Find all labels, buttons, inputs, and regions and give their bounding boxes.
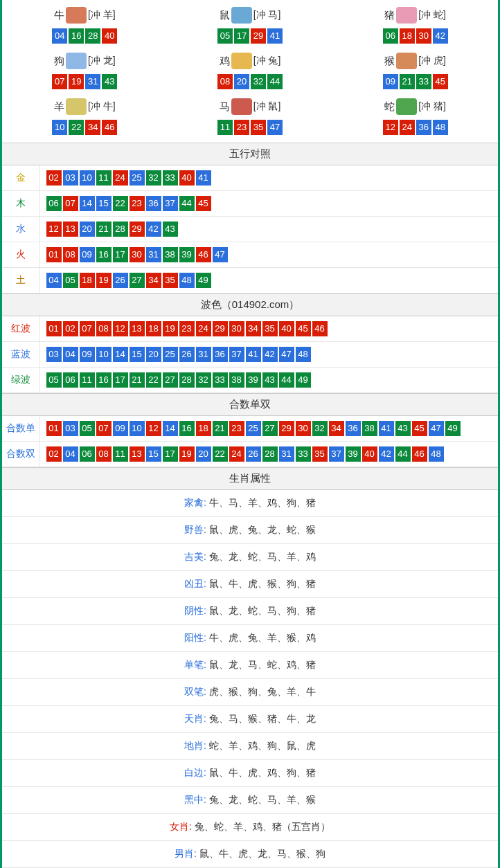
number-ball: 26	[246, 446, 261, 462]
heshu-header: 合数单双	[2, 393, 498, 416]
number-ball: 04	[52, 28, 67, 44]
zodiac-name: 蛇	[384, 100, 395, 114]
number-ball: 09	[113, 421, 128, 436]
zodiac-icon	[396, 98, 417, 115]
number-ball: 40	[279, 321, 294, 336]
number-ball: 12	[113, 321, 128, 336]
attribute-row: 野兽: 鼠、虎、兔、龙、蛇、猴	[2, 517, 498, 544]
attr-value: 鼠、牛、虎、猴、狗、猪	[209, 578, 316, 589]
zodiac-conflict: [冲 猪]	[418, 100, 446, 113]
attr-label: 天肖:	[184, 713, 209, 724]
row-values: 0102070812131819232429303435404546	[39, 316, 498, 342]
number-ball: 16	[96, 372, 111, 388]
number-ball: 07	[52, 74, 67, 89]
attribute-row: 阳性: 牛、虎、兔、羊、猴、鸡	[2, 625, 498, 652]
row-label: 火	[2, 242, 39, 268]
attr-label: 地肖:	[184, 740, 209, 751]
number-ball: 21	[213, 421, 228, 436]
number-ball: 45	[412, 421, 427, 436]
number-ball: 36	[213, 347, 228, 362]
number-ball: 42	[433, 28, 448, 44]
zodiac-conflict: [冲 蛇]	[418, 9, 446, 21]
attr-value: 鼠、牛、虎、龙、马、猴、狗	[199, 848, 325, 859]
number-ball: 34	[329, 421, 344, 436]
number-ball: 30	[416, 28, 431, 44]
zodiac-conflict: [冲 兔]	[253, 55, 281, 67]
number-ball: 20	[196, 446, 211, 462]
number-ball: 36	[346, 421, 361, 436]
row-values: 02031011242532334041	[39, 165, 498, 191]
number-ball: 39	[179, 247, 195, 262]
number-ball: 09	[383, 74, 398, 89]
number-ball: 16	[96, 247, 111, 262]
row-values: 03040910141520252631363741424748	[39, 342, 498, 368]
attr-label: 野兽:	[184, 524, 209, 535]
zodiac-numbers: 06183042	[332, 28, 498, 44]
number-ball: 21	[400, 74, 415, 89]
zodiac-numbers: 09213345	[332, 73, 498, 90]
attr-value: 鼠、龙、蛇、马、狗、猪	[209, 605, 316, 616]
number-ball: 17	[113, 372, 128, 388]
attr-label: 单笔:	[184, 659, 209, 670]
number-ball: 01	[46, 421, 62, 436]
attr-label: 吉美:	[184, 551, 209, 562]
number-ball: 04	[63, 446, 78, 462]
bose-header: 波色（014902.com）	[2, 293, 498, 316]
number-ball: 49	[445, 421, 461, 436]
number-ball: 19	[179, 446, 195, 462]
number-ball: 28	[179, 372, 195, 388]
number-ball: 30	[296, 421, 311, 436]
number-ball: 02	[63, 321, 78, 336]
number-ball: 05	[63, 273, 78, 288]
zodiac-name: 羊	[54, 100, 64, 114]
zodiac-conflict: [冲 鼠]	[253, 100, 281, 113]
zodiac-grid: 牛[冲 羊]04162840鼠[冲 马]05172941猪[冲 蛇]061830…	[2, 0, 498, 143]
number-ball: 37	[229, 347, 244, 362]
number-ball: 29	[130, 221, 145, 237]
number-ball: 34	[85, 120, 100, 135]
row-label: 水	[2, 217, 39, 242]
number-ball: 42	[146, 221, 161, 237]
number-ball: 22	[69, 120, 84, 135]
number-ball: 14	[163, 421, 178, 436]
zodiac-conflict: [冲 龙]	[88, 55, 116, 67]
zodiac-numbers: 07193143	[2, 73, 168, 90]
row-values: 0103050709101214161821232527293032343638…	[39, 416, 498, 442]
zodiac-name: 猴	[384, 55, 395, 68]
attr-label: 女肖:	[170, 821, 195, 832]
number-ball: 06	[46, 196, 62, 211]
attr-value: 兔、龙、蛇、马、羊、猴	[209, 794, 316, 805]
number-ball: 14	[80, 196, 95, 211]
attr-value: 鼠、牛、虎、鸡、狗、猪	[209, 767, 316, 778]
number-ball: 33	[163, 170, 178, 186]
zodiac-numbers: 12243648	[332, 119, 498, 136]
zodiac-cell: 鼠[冲 马]05172941	[168, 3, 333, 48]
number-ball: 37	[329, 446, 344, 462]
attr-value: 虎、猴、狗、兔、羊、牛	[209, 686, 316, 697]
row-values: 05061116172122272832333839434449	[39, 368, 498, 393]
zodiac-name: 鼠	[220, 9, 230, 22]
row-label: 蓝波	[2, 342, 39, 368]
number-ball: 10	[130, 421, 145, 436]
attribute-row: 白边: 鼠、牛、虎、鸡、狗、猪	[2, 760, 498, 787]
heshu-table: 合数单0103050709101214161821232527293032343…	[2, 416, 498, 467]
number-ball: 35	[251, 120, 266, 135]
number-ball: 28	[85, 28, 100, 44]
row-values: 04051819262734354849	[39, 268, 498, 293]
number-ball: 45	[196, 196, 211, 211]
number-ball: 04	[63, 347, 78, 362]
number-ball: 30	[229, 321, 244, 336]
zodiac-conflict: [冲 羊]	[88, 9, 116, 21]
number-ball: 32	[312, 421, 328, 436]
attribute-row: 阴性: 鼠、龙、蛇、马、狗、猪	[2, 598, 498, 625]
number-ball: 07	[96, 421, 111, 436]
zodiac-name: 牛	[54, 9, 64, 22]
number-ball: 13	[130, 321, 145, 336]
number-ball: 17	[163, 446, 178, 462]
attribute-row: 黑中: 兔、龙、蛇、马、羊、猴	[2, 787, 498, 814]
table-row: 合数单0103050709101214161821232527293032343…	[2, 416, 498, 442]
attr-label: 凶丑:	[184, 578, 209, 589]
number-ball: 08	[96, 446, 111, 462]
number-ball: 35	[163, 273, 178, 288]
number-ball: 20	[234, 74, 249, 89]
